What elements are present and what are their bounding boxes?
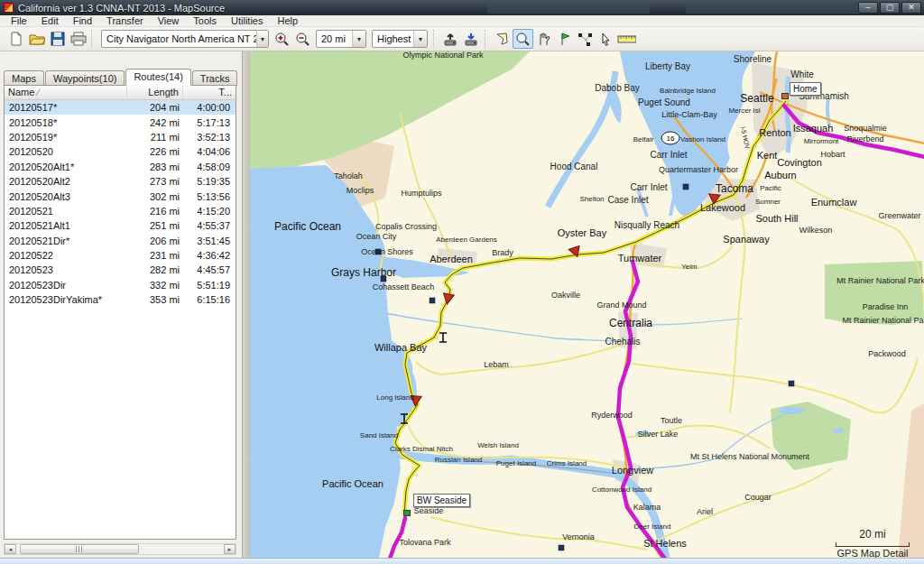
selection-tool-button[interactable] [596, 29, 616, 49]
zoom-in-button[interactable] [272, 29, 292, 49]
table-row[interactable]: 20120522231 mi4:36:42 [5, 248, 236, 263]
route-tool-button[interactable] [575, 29, 596, 49]
chevron-down-icon[interactable]: ▼ [413, 31, 427, 47]
map-label: Seaside [414, 507, 444, 515]
waypoint-label-home[interactable]: Home [790, 82, 821, 96]
cell-name: 20120522 [5, 250, 127, 261]
map-viewport[interactable]: 16 Olympic National ParkShorelineLiberty… [250, 51, 924, 558]
close-button[interactable]: ✕ [901, 2, 921, 14]
table-row[interactable]: 20120521216 mi4:15:20 [5, 204, 236, 218]
cell-len: 216 mi [127, 206, 183, 217]
menu-item-utilities[interactable]: Utilities [224, 15, 270, 26]
chevron-down-icon[interactable]: ▼ [256, 31, 268, 47]
table-row[interactable]: 20120521Alt1251 mi4:55:37 [5, 218, 236, 233]
detail-level-dropdown[interactable]: Highest ▼ [372, 30, 428, 48]
table-row[interactable]: 20120523DirYakima*353 mi6:15:16 [5, 292, 236, 307]
map-label: Deer Island [634, 523, 671, 531]
sidebar-horizontal-scrollbar[interactable]: ◄ ► [4, 543, 236, 555]
menu-item-transfer[interactable]: Transfer [99, 15, 151, 26]
lake-sammamish [827, 98, 829, 125]
table-row[interactable]: 20120520226 mi4:04:06 [5, 144, 236, 159]
print-button[interactable] [68, 29, 88, 49]
map-label: Carr Inlet [630, 183, 667, 192]
cell-time: 4:00:00 [183, 102, 236, 113]
tab-routes[interactable]: Routes(14) [125, 69, 190, 86]
map-label: Enumclaw [811, 198, 857, 208]
waypoint-label-bw-seaside[interactable]: BW Seaside [413, 494, 470, 507]
table-row[interactable]: 20120519*211 mi3:52:13 [5, 130, 236, 144]
open-file-button[interactable] [26, 29, 47, 49]
map-label: Taholah [334, 172, 363, 180]
column-header-length[interactable]: Length [127, 86, 183, 99]
send-to-device-button[interactable] [440, 29, 461, 49]
table-row[interactable]: 20120521Dir*206 mi3:51:45 [5, 234, 236, 248]
map-label: Pacific Ocean [274, 221, 341, 232]
chevron-down-icon[interactable]: ▼ [352, 31, 365, 47]
detail-level-value: Highest [377, 33, 411, 44]
column-header-time[interactable]: T... [183, 86, 236, 99]
map-label: Riverbend [846, 135, 883, 143]
menu-item-tools[interactable]: Tools [186, 15, 224, 26]
map-label: Issaquah [793, 124, 834, 134]
map-label: Ryderwood [591, 411, 633, 420]
new-file-button[interactable] [5, 29, 26, 49]
map-label: Wilkeson [799, 227, 833, 235]
mapsource-app-icon [4, 3, 14, 13]
waypoint-tool-button[interactable] [554, 29, 575, 49]
cell-time: 6:15:16 [183, 294, 236, 305]
zoom-tool-button[interactable] [513, 29, 533, 49]
menu-item-find[interactable]: Find [66, 15, 99, 26]
save-floppy-icon [51, 32, 65, 46]
table-row[interactable]: 20120518*242 mi5:17:13 [5, 115, 236, 129]
product-selector-dropdown[interactable]: City Navigator North America NT 2013.1 ▼ [101, 30, 269, 48]
column-header-name[interactable]: Name ∕ [5, 86, 127, 99]
map-label: Kent [757, 151, 778, 161]
map-label: Crims Island [547, 460, 587, 467]
waypoint-marker-icon[interactable] [403, 510, 411, 516]
waypoint-marker-icon[interactable] [781, 93, 789, 99]
map-label: Puget Sound [638, 98, 690, 107]
map-label: Case Inlet [607, 196, 648, 205]
table-row[interactable]: 20120517*204 mi4:00:00 [5, 100, 236, 115]
pan-tool-button[interactable] [533, 29, 554, 49]
map-label: Clarks Dismal Nitch [390, 446, 453, 453]
map-scale-dropdown[interactable]: 20 mi ▼ [316, 30, 366, 48]
hand-icon [536, 32, 551, 47]
minimize-button[interactable]: – [858, 2, 878, 14]
map-select-tool-button[interactable] [492, 29, 513, 49]
cell-name: 20120520Alt3 [5, 191, 127, 202]
cell-name: 20120521 [5, 206, 127, 217]
menu-item-edit[interactable]: Edit [34, 15, 66, 26]
scroll-right-arrow[interactable]: ► [224, 544, 236, 554]
maximize-button[interactable]: ▢ [880, 2, 900, 14]
scrollbar-track[interactable] [139, 544, 224, 554]
map-label: Tolovana Park [399, 539, 450, 547]
riffe-lake-water [778, 407, 805, 414]
zoom-out-button[interactable] [292, 29, 313, 49]
panel-splitter[interactable] [242, 51, 250, 558]
route-nodes-icon [578, 32, 593, 47]
poi-icon [789, 381, 794, 386]
tab-maps[interactable]: Maps [4, 70, 44, 86]
map-label: Covington [777, 158, 822, 168]
scrollbar-thumb[interactable] [20, 544, 139, 554]
map-label: Liberty Bay [645, 62, 690, 71]
tab-tracks[interactable]: Tracks [192, 70, 238, 86]
receive-from-device-button[interactable] [461, 29, 482, 49]
product-selector-value: City Navigator North America NT 2013.1 [106, 33, 256, 44]
menu-item-file[interactable]: File [4, 15, 34, 26]
table-row[interactable]: 20120523282 mi4:45:57 [5, 263, 236, 277]
table-row[interactable]: 20120520Alt3302 mi5:13:56 [5, 189, 236, 203]
small-lake [833, 428, 844, 433]
table-row[interactable]: 20120520Alt2273 mi5:19:35 [5, 174, 236, 189]
panel-tabs: MapsWaypoints(10)Routes(14)Tracks [4, 69, 238, 86]
scroll-left-arrow[interactable]: ◄ [5, 544, 16, 554]
save-button[interactable] [47, 29, 68, 49]
table-row[interactable]: 20120520Alt1*283 mi4:58:09 [5, 160, 236, 174]
measure-tool-button[interactable] [616, 29, 637, 49]
menu-item-help[interactable]: Help [270, 15, 305, 26]
tab-waypoints[interactable]: Waypoints(10) [45, 70, 125, 86]
menu-item-view[interactable]: View [151, 15, 187, 26]
window-title: California ver 1.3 CNNA-NT 2013 - MapSou… [18, 3, 225, 14]
table-row[interactable]: 20120523Dir332 mi5:51:19 [5, 278, 236, 292]
